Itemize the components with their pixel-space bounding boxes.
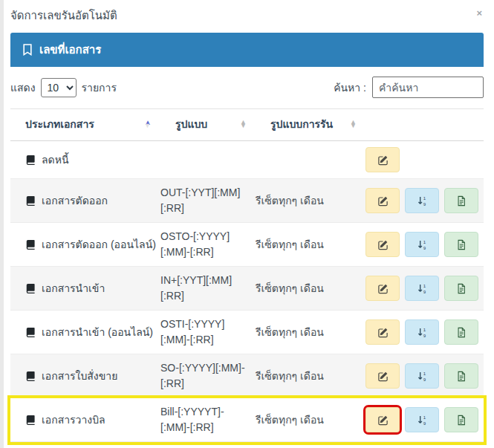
sort-button[interactable]: 19 bbox=[405, 188, 439, 213]
edit-button[interactable] bbox=[365, 363, 400, 389]
svg-text:9: 9 bbox=[423, 244, 426, 250]
sort-numeric-down-icon: 19 bbox=[417, 283, 428, 294]
book-icon bbox=[25, 371, 36, 381]
edit-icon bbox=[377, 155, 389, 166]
column-header-run-format[interactable]: รูปแบบการรัน ▲▼ bbox=[256, 116, 365, 132]
svg-text:9: 9 bbox=[423, 420, 426, 425]
table-controls: แสดง 10 รายการ ค้นหา : bbox=[10, 77, 484, 98]
doc-type-cell: เอกสารวางบิล bbox=[10, 412, 160, 428]
sort-numeric-down-icon: 19 bbox=[417, 327, 428, 338]
actions-cell: 19 bbox=[365, 407, 484, 432]
file-lines-icon bbox=[456, 283, 467, 294]
sort-numeric-down-icon: 19 bbox=[417, 195, 428, 207]
search-label: ค้นหา : bbox=[334, 79, 366, 96]
sort-asc-icon: ▲▼ bbox=[144, 120, 152, 128]
format-cell: OSTI-[:YYYY][:MM]-[:RR] bbox=[160, 316, 256, 348]
doc-type-cell: เอกสารนำเข้า (ออนไลน์) bbox=[10, 324, 160, 340]
run-format-cell: รีเซ็ตทุกๆ เดือน bbox=[256, 192, 365, 209]
format-cell: SO-[:YYYY][:MM]-[:RR] bbox=[160, 360, 256, 392]
book-icon bbox=[25, 155, 36, 165]
book-icon bbox=[25, 239, 36, 250]
svg-text:1: 1 bbox=[423, 327, 426, 332]
file-lines-icon bbox=[456, 371, 467, 382]
table-row: เอกสารนำเข้า IN+[:YYT][:MM][:RR] รีเซ็ตท… bbox=[10, 267, 484, 311]
book-icon bbox=[25, 195, 36, 206]
modal-title: จัดการเลขรันอัตโนมัติ bbox=[10, 7, 117, 25]
book-icon bbox=[25, 327, 36, 337]
view-button[interactable] bbox=[444, 232, 478, 257]
table-row: ลดหนี้ bbox=[10, 141, 484, 179]
doc-type-cell: เอกสารใบสั่งขาย bbox=[10, 368, 160, 384]
svg-text:1: 1 bbox=[423, 239, 426, 244]
actions-cell: 19 bbox=[365, 276, 484, 301]
format-cell: IN+[:YYT][:MM][:RR] bbox=[160, 273, 256, 304]
svg-text:1: 1 bbox=[423, 415, 426, 420]
file-lines-icon bbox=[456, 415, 467, 426]
sort-button[interactable]: 19 bbox=[405, 319, 439, 345]
svg-text:1: 1 bbox=[423, 371, 426, 376]
view-button[interactable] bbox=[444, 188, 478, 213]
page-length-select[interactable]: 10 bbox=[41, 78, 77, 97]
view-button[interactable] bbox=[444, 276, 478, 301]
view-button[interactable] bbox=[444, 319, 478, 345]
actions-cell bbox=[365, 147, 484, 172]
table-row: เอกสารใบสั่งขาย SO-[:YYYY][:MM]-[:RR] รี… bbox=[10, 354, 484, 398]
run-format-cell: รีเซ็ตทุกๆ เดือน bbox=[256, 324, 365, 340]
sort-button[interactable]: 19 bbox=[405, 276, 439, 301]
edit-button[interactable] bbox=[365, 147, 400, 172]
table-row: เอกสารตัดออก OUT-[:YYT][:MM][:RR] รีเซ็ต… bbox=[10, 179, 484, 223]
format-cell: Bill-[:YYYYT]-[:MM]-[:RR] bbox=[160, 404, 256, 435]
edit-button-highlighted[interactable] bbox=[365, 407, 400, 432]
edit-icon bbox=[377, 327, 389, 338]
length-prefix-label: แสดง bbox=[10, 79, 36, 96]
panel-title: เลขที่เอกสาร bbox=[39, 41, 101, 59]
actions-cell: 19 bbox=[365, 232, 484, 257]
column-header-format[interactable]: รูปแบบ ▲▼ bbox=[160, 116, 256, 132]
view-button[interactable] bbox=[444, 407, 478, 432]
format-cell: OSTO-[:YYYY][:MM]-[:RR] bbox=[160, 229, 256, 260]
actions-cell: 19 bbox=[365, 188, 484, 213]
panel-header: เลขที่เอกสาร bbox=[10, 33, 484, 67]
table-header-row: ประเภทเอกสาร ▲▼ รูปแบบ ▲▼ รูปแบบการรัน ▲… bbox=[10, 109, 484, 141]
sort-button[interactable]: 19 bbox=[405, 407, 439, 432]
sort-button[interactable]: 19 bbox=[405, 232, 439, 257]
document-number-table: ประเภทเอกสาร ▲▼ รูปแบบ ▲▼ รูปแบบการรัน ▲… bbox=[10, 108, 484, 442]
svg-text:9: 9 bbox=[423, 201, 426, 206]
run-format-cell: รีเซ็ตทุกๆ เดือน bbox=[256, 412, 365, 428]
sort-both-icon: ▲▼ bbox=[350, 120, 357, 128]
svg-text:1: 1 bbox=[423, 283, 426, 288]
sort-button[interactable]: 19 bbox=[405, 363, 439, 389]
edit-button[interactable] bbox=[365, 276, 400, 301]
run-format-cell: รีเซ็ตทุกๆ เดือน bbox=[256, 368, 365, 384]
svg-text:9: 9 bbox=[423, 376, 426, 381]
edit-icon bbox=[377, 283, 389, 294]
svg-text:9: 9 bbox=[423, 288, 426, 293]
edit-icon bbox=[377, 371, 389, 382]
doc-type-cell: ลดหนี้ bbox=[10, 152, 160, 168]
close-icon[interactable]: × bbox=[473, 7, 485, 19]
search-input[interactable] bbox=[372, 77, 484, 98]
edit-icon bbox=[377, 195, 389, 207]
view-button[interactable] bbox=[444, 363, 478, 389]
page-background-edge bbox=[0, 0, 4, 448]
book-icon bbox=[25, 283, 36, 293]
svg-text:9: 9 bbox=[423, 332, 426, 337]
edit-button[interactable] bbox=[365, 188, 400, 213]
file-lines-icon bbox=[456, 327, 467, 338]
table-row: เอกสารตัดออก (ออนไลน์) OSTO-[:YYYY][:MM]… bbox=[10, 223, 484, 267]
file-lines-icon bbox=[456, 195, 467, 207]
actions-cell: 19 bbox=[365, 363, 484, 389]
run-format-cell: รีเซ็ตทุกๆ เดือน bbox=[256, 280, 365, 296]
run-format-cell: รีเซ็ตทุกๆ เดือน bbox=[256, 236, 365, 253]
doc-type-cell: เอกสารนำเข้า bbox=[10, 280, 160, 296]
file-lines-icon bbox=[456, 239, 467, 250]
column-header-doc-type[interactable]: ประเภทเอกสาร ▲▼ bbox=[10, 116, 160, 132]
doc-type-cell: เอกสารตัดออก bbox=[10, 192, 160, 209]
modal-titlebar: จัดการเลขรันอัตโนมัติ × bbox=[0, 0, 494, 30]
edit-button[interactable] bbox=[365, 232, 400, 257]
doc-type-cell: เอกสารตัดออก (ออนไลน์) bbox=[10, 236, 160, 253]
edit-button[interactable] bbox=[365, 319, 400, 345]
length-control: แสดง 10 รายการ bbox=[10, 78, 117, 97]
edit-icon bbox=[377, 415, 389, 426]
format-cell: OUT-[:YYT][:MM][:RR] bbox=[160, 185, 256, 216]
